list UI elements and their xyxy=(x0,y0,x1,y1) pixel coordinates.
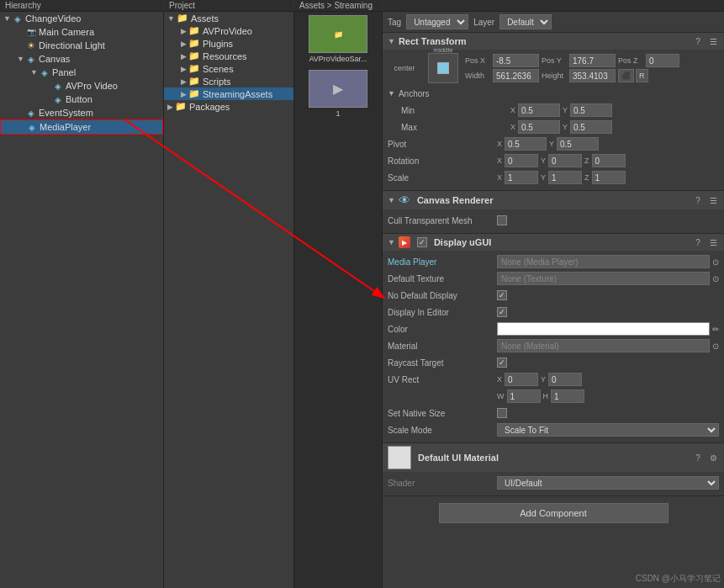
display-in-editor-row: Display In Editor xyxy=(388,305,719,320)
tag-label: Tag xyxy=(388,18,401,27)
hierarchy-item-panel[interactable]: ▼ ◈ Panel xyxy=(0,66,163,79)
rot-z-input[interactable] xyxy=(592,154,626,167)
scale-label: Scale xyxy=(388,173,497,183)
tag-select[interactable]: Untagged xyxy=(406,14,468,29)
default-texture-field[interactable]: None (Texture) xyxy=(497,272,710,285)
uv-y-input[interactable] xyxy=(548,373,582,386)
collapse-arrow: ▼ xyxy=(388,238,395,246)
add-component-container: Add Component xyxy=(383,496,724,530)
project-folder-assets[interactable]: ▼ 📁 Assets xyxy=(164,12,293,24)
anchors-min-row: Min X Y xyxy=(388,103,719,118)
project-folder-scripts[interactable]: ▶ 📁 Scripts xyxy=(164,75,293,87)
settings-icon[interactable]: ☰ xyxy=(707,194,719,206)
posy-label: Pos Y xyxy=(542,56,567,65)
pos-row1: Pos X Pos Y Pos Z xyxy=(465,54,719,67)
folder-label: Assets xyxy=(191,13,219,24)
set-native-size-checkbox[interactable] xyxy=(497,408,507,418)
hierarchy-item-eventsystem[interactable]: ◈ EventSystem xyxy=(0,106,163,119)
hierarchy-item-changevideo[interactable]: ▼ ◈ ChangeVideo xyxy=(0,12,163,25)
min-label: Min xyxy=(401,106,510,115)
scale-x-input[interactable] xyxy=(505,171,538,184)
asset-item-avprovideo[interactable]: 📁 AVProVideoSar... xyxy=(294,12,382,66)
help-icon[interactable]: ? xyxy=(692,35,704,47)
rot-x-input[interactable] xyxy=(505,154,538,167)
item-label: Button xyxy=(66,94,92,104)
material-field[interactable]: None (Material) xyxy=(497,339,710,352)
z-label: Z xyxy=(584,173,589,182)
material-target-icon[interactable]: ⊙ xyxy=(712,342,719,351)
no-default-display-row: No Default Display xyxy=(388,288,719,303)
settings-icon[interactable]: ☰ xyxy=(707,35,719,47)
no-default-display-value xyxy=(497,290,719,300)
project-folder-resources[interactable]: ▶ 📁 Resources xyxy=(164,50,293,62)
project-title: Project xyxy=(169,1,195,10)
min-y-input[interactable] xyxy=(570,103,612,117)
hierarchy-item-mediaplayer[interactable]: ◈ MediaPlayer xyxy=(0,119,163,135)
folder-label: Scenes xyxy=(203,64,234,74)
add-component-button[interactable]: Add Component xyxy=(439,503,669,523)
scale-z-input[interactable] xyxy=(592,171,626,184)
hierarchy-item-maincamera[interactable]: 📷 Main Camera xyxy=(0,25,163,39)
display-ugui-header[interactable]: ▼ ▶ Display uGUI ? ☰ xyxy=(383,234,724,251)
media-player-field[interactable]: None (Media Player) xyxy=(497,255,710,268)
y-label: Y xyxy=(541,375,546,384)
project-folder-plugins[interactable]: ▶ 📁 Plugins xyxy=(164,37,293,50)
min-x-input[interactable] xyxy=(518,103,560,117)
pivot-y-input[interactable] xyxy=(557,137,599,151)
scale-y-input[interactable] xyxy=(548,171,582,184)
raycast-target-row: Raycast Target xyxy=(388,355,719,370)
gear-icon[interactable]: ⚙ xyxy=(707,452,719,464)
uv-rect-label: UV Rect xyxy=(388,375,497,384)
hierarchy-item-canvas[interactable]: ▼ ◈ Canvas xyxy=(0,52,163,66)
reset-h-button[interactable]: R xyxy=(636,69,648,82)
default-texture-target-icon[interactable]: ⊙ xyxy=(712,274,719,283)
light-icon: ☀ xyxy=(25,40,37,51)
posx-input[interactable] xyxy=(493,54,539,67)
anchors-max-row: Max X Y xyxy=(388,119,719,135)
project-folder-streamingassets[interactable]: ▶ 📁 StreamingAssets xyxy=(164,87,293,100)
scale-mode-row: Scale Mode Scale To Fit xyxy=(388,422,719,437)
project-folder-packages[interactable]: ▶ 📁 Packages xyxy=(164,100,293,113)
max-x-input[interactable] xyxy=(518,120,560,134)
raycast-target-checkbox[interactable] xyxy=(497,358,507,368)
cull-mesh-checkbox[interactable] xyxy=(497,215,507,225)
width-input[interactable] xyxy=(493,69,539,82)
reset-w-button[interactable]: ⬛ xyxy=(618,69,634,82)
rot-y-input[interactable] xyxy=(548,154,582,167)
item-label: ChangeVideo xyxy=(25,13,81,24)
posx-label: Pos X xyxy=(465,56,490,65)
folder-label: Scripts xyxy=(203,77,231,87)
scale-mode-label: Scale Mode xyxy=(388,426,497,435)
layer-select[interactable]: Default xyxy=(499,14,552,29)
default-material-header[interactable]: Default UI Material ? ⚙ xyxy=(383,443,724,472)
posy-input[interactable] xyxy=(569,54,616,67)
no-default-display-checkbox[interactable] xyxy=(497,290,507,300)
uv-w-input[interactable] xyxy=(507,389,541,403)
project-folder-scenes[interactable]: ▶ 📁 Scenes xyxy=(164,62,293,75)
hierarchy-item-avprovideo[interactable]: ◈ AVPro Video xyxy=(0,79,163,93)
hierarchy-item-directionallight[interactable]: ☀ Directional Light xyxy=(0,39,163,52)
scale-mode-select[interactable]: Scale To Fit xyxy=(497,423,719,437)
hierarchy-item-button[interactable]: ◈ Button xyxy=(0,93,163,106)
shader-select[interactable]: UI/Default xyxy=(497,476,719,490)
settings-icon[interactable]: ☰ xyxy=(707,236,719,248)
color-preview[interactable] xyxy=(497,322,710,336)
help-icon[interactable]: ? xyxy=(692,452,704,464)
uv-h-input[interactable] xyxy=(551,389,584,403)
media-player-target-icon[interactable]: ⊙ xyxy=(712,257,719,267)
posz-input[interactable] xyxy=(646,54,679,67)
max-y-input[interactable] xyxy=(570,120,612,134)
help-icon[interactable]: ? xyxy=(692,194,704,206)
canvas-renderer-header[interactable]: ▼ 👁 Canvas Renderer ? ☰ xyxy=(383,191,724,209)
color-edit-icon[interactable]: ✏ xyxy=(712,325,719,334)
layer-label: Layer xyxy=(473,18,494,27)
display-in-editor-checkbox[interactable] xyxy=(497,307,507,317)
project-folder-avprovideo[interactable]: ▶ 📁 AVProVideo xyxy=(164,24,293,37)
display-ugui-enabled[interactable] xyxy=(417,237,427,247)
media-player-value-text: None (Media Player) xyxy=(501,257,579,267)
pivot-x-input[interactable] xyxy=(505,137,547,151)
uv-x-input[interactable] xyxy=(505,373,538,386)
help-icon[interactable]: ? xyxy=(692,236,704,248)
asset-item-1[interactable]: ▶ 1 xyxy=(294,66,382,121)
height-input[interactable] xyxy=(569,69,616,82)
